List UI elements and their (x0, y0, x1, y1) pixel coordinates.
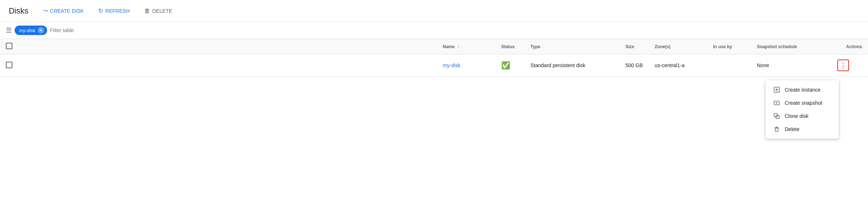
more-actions-button[interactable]: ⋮ (837, 59, 849, 71)
disk-name[interactable]: my-disk (437, 54, 495, 77)
col-header-status: Status (495, 39, 525, 54)
dropdown-item-clone-disk[interactable]: Clone disk (766, 109, 839, 123)
disk-type: Standard persistent disk (525, 54, 620, 77)
col-header-snapshot: Snapshot schedule (751, 39, 831, 54)
filter-toggle-icon[interactable]: ☰ (6, 26, 12, 34)
dropdown-item-delete[interactable]: Delete (766, 123, 839, 136)
dropdown-item-delete-label: Delete (785, 126, 799, 132)
dropdown-item-create-instance[interactable]: Create instance (766, 83, 839, 96)
filter-chip[interactable]: my-disk ✕ (15, 26, 47, 35)
disks-table: Name ↑ Status Type Size Zone(s) In use b… (0, 39, 868, 77)
filter-input[interactable] (50, 27, 123, 33)
table-header-row: Name ↑ Status Type Size Zone(s) In use b… (0, 39, 868, 54)
page-header: Disks ⤳ CREATE DISK ↻ REFRESH 🗑 DELETE (0, 0, 868, 22)
delete-label: DELETE (152, 8, 172, 14)
dropdown-delete-icon (773, 126, 780, 132)
filter-bar: ☰ my-disk ✕ (0, 22, 868, 39)
refresh-button[interactable]: ↻ REFRESH (92, 4, 136, 17)
select-all-header[interactable] (0, 39, 437, 54)
actions-dropdown-menu: Create instance Create snapshot Clone di… (766, 80, 839, 139)
create-disk-icon: ⤳ (43, 7, 48, 14)
create-snapshot-icon (773, 100, 780, 106)
dropdown-item-clone-disk-label: Clone disk (785, 113, 808, 119)
disk-status: ✅ (495, 54, 525, 77)
delete-button[interactable]: 🗑 DELETE (138, 5, 178, 17)
col-header-inuse: In use by (707, 39, 751, 54)
row-checkbox-cell[interactable] (0, 54, 437, 77)
refresh-label: REFRESH (105, 8, 130, 14)
col-header-type: Type (525, 39, 620, 54)
sort-ascending-icon: ↑ (457, 44, 460, 49)
dropdown-item-create-instance-label: Create instance (785, 87, 821, 93)
col-header-size: Size (620, 39, 649, 54)
disk-actions-cell: ⋮ (831, 54, 868, 77)
disk-snapshot: None (751, 54, 831, 77)
disk-inuse (707, 54, 751, 77)
col-header-zones: Zone(s) (649, 39, 707, 54)
row-checkbox[interactable] (6, 62, 12, 68)
svg-rect-8 (775, 128, 778, 131)
refresh-icon: ↻ (98, 7, 103, 14)
dropdown-item-create-snapshot-label: Create snapshot (785, 100, 822, 106)
disk-size: 500 GB (620, 54, 649, 77)
select-all-checkbox[interactable] (6, 43, 12, 49)
filter-chip-label: my-disk (19, 28, 35, 33)
create-instance-icon (773, 87, 780, 93)
col-header-actions: Actions (831, 39, 868, 54)
disk-zones: us-central1-a (649, 54, 707, 77)
status-ok-icon: ✅ (501, 61, 510, 69)
create-disk-button[interactable]: ⤳ CREATE DISK (37, 4, 90, 17)
filter-chip-close-icon[interactable]: ✕ (38, 27, 44, 34)
table-row: my-disk ✅ Standard persistent disk 500 G… (0, 54, 868, 77)
col-header-name[interactable]: Name ↑ (437, 39, 495, 54)
clone-disk-icon (773, 113, 780, 119)
create-disk-label: CREATE DISK (50, 8, 84, 14)
delete-icon: 🗑 (144, 8, 150, 14)
page-title: Disks (9, 6, 28, 16)
dropdown-item-create-snapshot[interactable]: Create snapshot (766, 96, 839, 109)
